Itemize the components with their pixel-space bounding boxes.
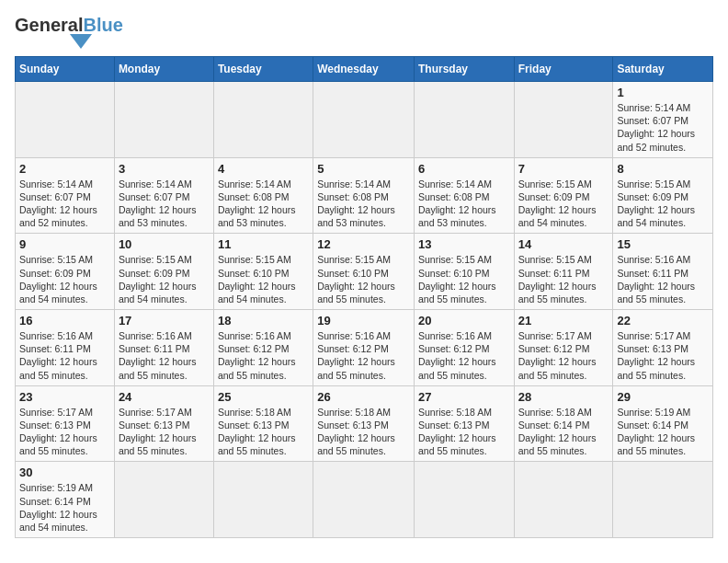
day-number: 11 [218, 237, 309, 251]
day-number: 10 [119, 237, 210, 251]
logo-text: General [15, 15, 83, 36]
day-info: Sunrise: 5:14 AM Sunset: 6:08 PM Dayligh… [317, 178, 410, 230]
day-info: Sunrise: 5:16 AM Sunset: 6:12 PM Dayligh… [418, 329, 510, 382]
week-row-4: 23Sunrise: 5:17 AM Sunset: 6:13 PM Dayli… [16, 385, 713, 462]
day-info: Sunrise: 5:19 AM Sunset: 6:14 PM Dayligh… [617, 406, 709, 458]
day-cell: 5Sunrise: 5:14 AM Sunset: 6:08 PM Daylig… [313, 157, 415, 234]
col-header-friday: Friday [514, 57, 613, 82]
day-info: Sunrise: 5:14 AM Sunset: 6:08 PM Dayligh… [418, 178, 510, 230]
day-number: 21 [518, 314, 609, 327]
day-cell: 18Sunrise: 5:16 AM Sunset: 6:12 PM Dayli… [213, 310, 313, 386]
day-cell: 27Sunrise: 5:18 AM Sunset: 6:13 PM Dayli… [414, 385, 514, 462]
day-cell: 30Sunrise: 5:19 AM Sunset: 6:14 PM Dayli… [16, 462, 115, 538]
day-info: Sunrise: 5:17 AM Sunset: 6:13 PM Dayligh… [617, 329, 709, 382]
day-cell: 29Sunrise: 5:19 AM Sunset: 6:14 PM Dayli… [613, 385, 713, 462]
day-number: 25 [218, 390, 309, 404]
day-info: Sunrise: 5:19 AM Sunset: 6:14 PM Dayligh… [19, 481, 110, 534]
day-number: 14 [518, 237, 609, 251]
day-cell: 22Sunrise: 5:17 AM Sunset: 6:13 PM Dayli… [613, 310, 713, 386]
day-info: Sunrise: 5:16 AM Sunset: 6:11 PM Dayligh… [19, 329, 110, 382]
day-number: 28 [518, 390, 609, 404]
day-number: 23 [19, 390, 110, 404]
day-info: Sunrise: 5:16 AM Sunset: 6:11 PM Dayligh… [119, 329, 210, 382]
day-cell: 6Sunrise: 5:14 AM Sunset: 6:08 PM Daylig… [414, 157, 514, 234]
day-cell: 21Sunrise: 5:17 AM Sunset: 6:12 PM Dayli… [514, 310, 613, 386]
col-header-wednesday: Wednesday [313, 57, 415, 82]
day-number: 30 [19, 465, 110, 479]
week-row-5: 30Sunrise: 5:19 AM Sunset: 6:14 PM Dayli… [16, 462, 713, 538]
day-cell [414, 462, 514, 538]
day-cell: 9Sunrise: 5:15 AM Sunset: 6:09 PM Daylig… [16, 234, 115, 310]
day-number: 2 [19, 162, 110, 176]
day-info: Sunrise: 5:14 AM Sunset: 6:07 PM Dayligh… [617, 101, 709, 154]
day-info: Sunrise: 5:15 AM Sunset: 6:09 PM Dayligh… [518, 178, 609, 230]
day-cell: 4Sunrise: 5:14 AM Sunset: 6:08 PM Daylig… [213, 157, 313, 234]
day-cell: 10Sunrise: 5:15 AM Sunset: 6:09 PM Dayli… [114, 234, 213, 310]
day-cell: 11Sunrise: 5:15 AM Sunset: 6:10 PM Dayli… [213, 234, 313, 310]
day-cell [213, 462, 313, 538]
day-cell: 26Sunrise: 5:18 AM Sunset: 6:13 PM Dayli… [313, 385, 415, 462]
day-number: 19 [317, 314, 410, 327]
calendar-table: SundayMondayTuesdayWednesdayThursdayFrid… [15, 56, 713, 538]
week-row-1: 2Sunrise: 5:14 AM Sunset: 6:07 PM Daylig… [16, 157, 713, 234]
week-row-0: 1Sunrise: 5:14 AM Sunset: 6:07 PM Daylig… [16, 82, 713, 158]
day-cell: 13Sunrise: 5:15 AM Sunset: 6:10 PM Dayli… [414, 234, 514, 310]
day-number: 4 [218, 162, 309, 176]
day-number: 22 [617, 314, 709, 327]
day-info: Sunrise: 5:15 AM Sunset: 6:09 PM Dayligh… [119, 253, 210, 305]
day-cell [414, 82, 514, 158]
week-row-2: 9Sunrise: 5:15 AM Sunset: 6:09 PM Daylig… [16, 234, 713, 310]
day-info: Sunrise: 5:15 AM Sunset: 6:10 PM Dayligh… [218, 253, 309, 305]
day-cell: 2Sunrise: 5:14 AM Sunset: 6:07 PM Daylig… [16, 157, 115, 234]
day-info: Sunrise: 5:14 AM Sunset: 6:07 PM Dayligh… [19, 178, 110, 230]
day-info: Sunrise: 5:16 AM Sunset: 6:11 PM Dayligh… [617, 253, 709, 305]
day-number: 24 [119, 390, 210, 404]
day-cell: 8Sunrise: 5:15 AM Sunset: 6:09 PM Daylig… [613, 157, 713, 234]
day-cell: 28Sunrise: 5:18 AM Sunset: 6:14 PM Dayli… [514, 385, 613, 462]
day-number: 5 [317, 162, 410, 176]
day-cell: 19Sunrise: 5:16 AM Sunset: 6:12 PM Dayli… [313, 310, 415, 386]
day-cell: 15Sunrise: 5:16 AM Sunset: 6:11 PM Dayli… [613, 234, 713, 310]
day-number: 27 [418, 390, 510, 404]
day-cell [514, 82, 613, 158]
day-cell [114, 462, 213, 538]
day-number: 1 [617, 86, 709, 99]
day-cell: 24Sunrise: 5:17 AM Sunset: 6:13 PM Dayli… [114, 385, 213, 462]
col-header-monday: Monday [114, 57, 213, 82]
day-info: Sunrise: 5:18 AM Sunset: 6:13 PM Dayligh… [418, 406, 510, 458]
day-info: Sunrise: 5:15 AM Sunset: 6:10 PM Dayligh… [317, 253, 410, 305]
day-cell: 3Sunrise: 5:14 AM Sunset: 6:07 PM Daylig… [114, 157, 213, 234]
day-number: 15 [617, 237, 709, 251]
day-cell: 1Sunrise: 5:14 AM Sunset: 6:07 PM Daylig… [613, 82, 713, 158]
day-cell [613, 462, 713, 538]
day-cell: 23Sunrise: 5:17 AM Sunset: 6:13 PM Dayli… [16, 385, 115, 462]
day-info: Sunrise: 5:18 AM Sunset: 6:14 PM Dayligh… [518, 406, 609, 458]
day-info: Sunrise: 5:17 AM Sunset: 6:12 PM Dayligh… [518, 329, 609, 382]
day-cell [213, 82, 313, 158]
day-info: Sunrise: 5:15 AM Sunset: 6:11 PM Dayligh… [518, 253, 609, 305]
day-info: Sunrise: 5:15 AM Sunset: 6:09 PM Dayligh… [617, 178, 709, 230]
day-info: Sunrise: 5:16 AM Sunset: 6:12 PM Dayligh… [317, 329, 410, 382]
day-info: Sunrise: 5:18 AM Sunset: 6:13 PM Dayligh… [317, 406, 410, 458]
day-number: 17 [119, 314, 210, 327]
day-cell [313, 82, 415, 158]
day-info: Sunrise: 5:14 AM Sunset: 6:07 PM Dayligh… [119, 178, 210, 230]
day-number: 3 [119, 162, 210, 176]
day-number: 8 [617, 162, 709, 176]
day-cell: 25Sunrise: 5:18 AM Sunset: 6:13 PM Dayli… [213, 385, 313, 462]
day-number: 16 [19, 314, 110, 327]
day-cell [16, 82, 115, 158]
col-header-saturday: Saturday [613, 57, 713, 82]
day-number: 6 [418, 162, 510, 176]
day-info: Sunrise: 5:18 AM Sunset: 6:13 PM Dayligh… [218, 406, 309, 458]
page-header: General Blue [15, 15, 713, 49]
logo: General Blue [15, 15, 123, 49]
day-info: Sunrise: 5:15 AM Sunset: 6:09 PM Dayligh… [19, 253, 110, 305]
day-cell: 12Sunrise: 5:15 AM Sunset: 6:10 PM Dayli… [313, 234, 415, 310]
day-number: 12 [317, 237, 410, 251]
day-cell: 20Sunrise: 5:16 AM Sunset: 6:12 PM Dayli… [414, 310, 514, 386]
day-cell: 16Sunrise: 5:16 AM Sunset: 6:11 PM Dayli… [16, 310, 115, 386]
day-cell [114, 82, 213, 158]
logo-blue-text: Blue [83, 15, 122, 36]
day-cell: 14Sunrise: 5:15 AM Sunset: 6:11 PM Dayli… [514, 234, 613, 310]
